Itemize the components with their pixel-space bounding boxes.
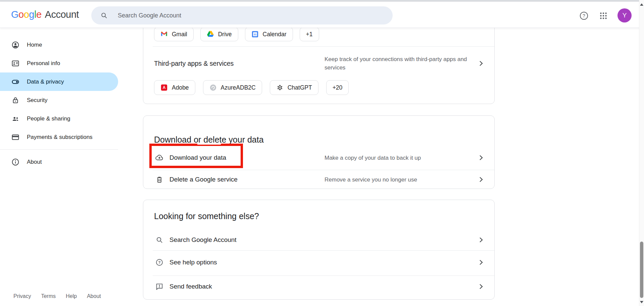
- footer-link-about[interactable]: About: [87, 293, 101, 299]
- chip-drive[interactable]: Drive: [200, 28, 238, 41]
- scrollbar-down-arrow[interactable]: [640, 301, 643, 303]
- adobe-icon: A: [160, 84, 168, 91]
- search-icon: [100, 12, 108, 19]
- chevron-right-icon: [477, 283, 485, 291]
- svg-text:?: ?: [158, 260, 160, 264]
- chip-label: Calendar: [263, 31, 287, 38]
- account-avatar[interactable]: Y: [617, 8, 632, 22]
- sidebar-divider: [0, 149, 118, 150]
- row-label: Send feedback: [169, 283, 212, 290]
- footer-link-privacy[interactable]: Privacy: [13, 293, 31, 299]
- search-account-row[interactable]: Search Google Account: [143, 230, 494, 250]
- annotation-gap: [197, 143, 221, 145]
- sidebar-item-label: Payments & subscriptions: [27, 134, 93, 141]
- google-apps-button[interactable]: [599, 11, 608, 20]
- credit-card-icon: [11, 133, 19, 141]
- avatar-letter: Y: [623, 12, 627, 19]
- svg-text:A: A: [163, 85, 166, 90]
- chevron-right-icon: [477, 175, 485, 184]
- row-label: Third-party apps & services: [154, 59, 234, 67]
- looking-for-card: Looking for something else? Search Googl…: [143, 200, 495, 300]
- toggle-icon: [11, 78, 19, 86]
- logo-letter: o: [24, 9, 29, 20]
- trash-icon: [155, 175, 163, 184]
- chatgpt-icon: [276, 84, 284, 91]
- logo-letter: o: [18, 9, 24, 20]
- chevron-right-icon: [477, 236, 485, 244]
- lock-icon: [11, 96, 19, 104]
- sidebar-item-security[interactable]: Security: [0, 91, 118, 109]
- contact-card-icon: [11, 59, 19, 67]
- chip-label: +1: [306, 31, 313, 38]
- chip-label: Adobe: [172, 84, 189, 91]
- info-icon: [11, 158, 19, 166]
- page-scrollbar[interactable]: [639, 0, 644, 306]
- annotation-highlight-box: [149, 144, 243, 168]
- row-description: Make a copy of your data to back it up: [325, 154, 472, 162]
- service-chips-row: Gmail Drive 31 Calendar +1: [154, 28, 319, 41]
- chevron-right-icon: [477, 154, 485, 162]
- search-icon: [155, 236, 163, 244]
- people-icon: [11, 115, 19, 123]
- third-party-apps-row[interactable]: Third-party apps & services Keep track o…: [143, 46, 494, 80]
- see-help-options-row[interactable]: ? See help options: [143, 250, 494, 274]
- sidebar-nav: Home Personal info Data & privacy Securi…: [0, 28, 118, 306]
- search-placeholder: Search Google Account: [118, 12, 181, 19]
- search-input[interactable]: Search Google Account: [91, 6, 393, 24]
- third-party-card: Gmail Drive 31 Calendar +1 Third-party a…: [143, 28, 495, 104]
- sidebar-item-home[interactable]: Home: [0, 36, 118, 54]
- send-feedback-row[interactable]: Send feedback: [143, 275, 494, 298]
- chip-more-services[interactable]: +1: [300, 28, 319, 41]
- sidebar-item-personal-info[interactable]: Personal info: [0, 54, 118, 72]
- chip-label: ChatGPT: [288, 84, 312, 91]
- scrollbar-up-arrow[interactable]: [640, 3, 643, 6]
- sidebar-item-label: Security: [27, 97, 47, 104]
- sidebar-item-data-privacy[interactable]: Data & privacy: [0, 72, 118, 91]
- card-title: Looking for something else?: [154, 210, 259, 222]
- google-account-logo[interactable]: Google Account: [11, 2, 79, 28]
- app-header: Google Account Search Google Account ? Y: [0, 2, 644, 28]
- chip-adobe[interactable]: A Adobe: [154, 80, 195, 95]
- apps-grid-icon: [599, 11, 608, 20]
- sidebar-item-label: Data & privacy: [27, 79, 64, 85]
- help-button[interactable]: ?: [579, 11, 589, 20]
- sidebar-item-label: Personal info: [27, 60, 60, 67]
- footer-link-terms[interactable]: Terms: [41, 293, 56, 299]
- chip-more-apps[interactable]: +20: [326, 80, 349, 95]
- chevron-right-icon: [477, 258, 485, 266]
- chevron-right-icon: [477, 59, 485, 67]
- sidebar-item-payments[interactable]: Payments & subscriptions: [0, 128, 118, 146]
- calendar-icon: 31: [251, 31, 259, 38]
- chip-label: AzureADB2C: [221, 84, 256, 91]
- feedback-icon: [155, 283, 163, 291]
- svg-text:31: 31: [253, 33, 256, 36]
- delete-google-service-row[interactable]: Delete a Google service Remove a service…: [143, 170, 494, 189]
- azureadb2c-icon: [209, 84, 217, 91]
- logo-letter: G: [11, 9, 18, 20]
- row-label: Search Google Account: [169, 236, 237, 244]
- drive-icon: [207, 31, 214, 38]
- sidebar-item-about[interactable]: About: [0, 153, 118, 171]
- help-icon: ?: [155, 258, 163, 266]
- footer-link-help[interactable]: Help: [66, 293, 77, 299]
- logo-letter: e: [36, 9, 42, 20]
- connected-apps-chips-row: A Adobe AzureADB2C ChatGPT +20: [154, 80, 349, 95]
- chip-azureadb2c[interactable]: AzureADB2C: [203, 80, 262, 95]
- chip-calendar[interactable]: 31 Calendar: [245, 28, 293, 41]
- sidebar-item-people-sharing[interactable]: People & sharing: [0, 109, 118, 128]
- chip-label: Gmail: [172, 31, 187, 38]
- footer-links: Privacy Terms Help About: [13, 293, 101, 299]
- chip-label: +20: [333, 84, 343, 91]
- help-icon: ?: [579, 11, 589, 20]
- svg-text:?: ?: [583, 13, 585, 18]
- chip-label: Drive: [218, 31, 232, 38]
- account-circle-icon: [11, 41, 19, 49]
- sidebar-item-label: Home: [27, 42, 42, 48]
- logo-product-name: Account: [45, 9, 79, 20]
- row-description: Remove a service you no longer use: [325, 175, 472, 184]
- chip-chatgpt[interactable]: ChatGPT: [270, 80, 318, 95]
- scrollbar-thumb[interactable]: [640, 242, 643, 298]
- row-label: Delete a Google service: [169, 176, 238, 183]
- gmail-icon: [160, 31, 168, 38]
- chip-gmail[interactable]: Gmail: [154, 28, 194, 41]
